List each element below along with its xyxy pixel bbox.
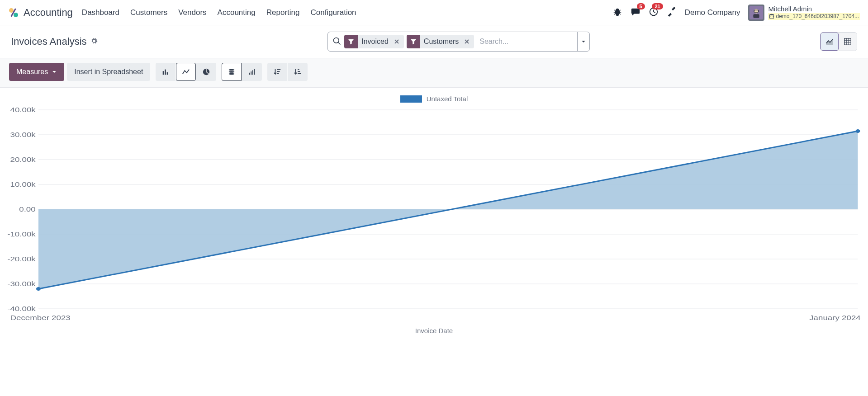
legend-swatch <box>400 95 422 103</box>
svg-point-1 <box>14 13 18 17</box>
messaging-icon[interactable]: 5 <box>631 7 640 18</box>
filter-icon <box>344 35 358 48</box>
view-pivot-button[interactable] <box>839 33 857 51</box>
svg-text:January 2024: January 2024 <box>809 314 861 322</box>
chart-type-group <box>156 63 216 81</box>
svg-rect-6 <box>754 14 759 18</box>
search-input[interactable] <box>477 38 573 46</box>
svg-rect-23 <box>167 72 168 75</box>
search-icon[interactable] <box>332 37 342 47</box>
nav-item-customers[interactable]: Customers <box>130 8 167 17</box>
svg-rect-28 <box>249 73 250 75</box>
tag-label: Customers <box>420 38 462 46</box>
view-switcher <box>820 32 857 51</box>
database-icon <box>769 14 774 19</box>
chart-plot[interactable]: 40.00k 30.00k 20.00k 10.00k 0.00 -10.00k… <box>5 105 863 322</box>
brand-title: Accounting <box>24 7 73 19</box>
insert-spreadsheet-button[interactable]: Insert in Spreadsheet <box>67 63 150 81</box>
filter-icon <box>407 35 420 48</box>
sort-desc-button[interactable] <box>267 63 287 81</box>
svg-text:-10.00k: -10.00k <box>7 231 36 238</box>
svg-text:20.00k: 20.00k <box>10 156 36 164</box>
page-title: Invoices Analysis <box>11 36 98 47</box>
user-menu[interactable]: Mitchell Admin demo_170_646d0f203987_170… <box>748 5 860 21</box>
bar-chart-button[interactable] <box>156 63 175 81</box>
svg-point-8 <box>770 14 774 15</box>
svg-point-43 <box>856 129 860 133</box>
sort-asc-button[interactable] <box>288 63 308 81</box>
pie-chart-button[interactable] <box>196 63 216 81</box>
svg-text:-30.00k: -30.00k <box>7 280 36 288</box>
nav-item-accounting[interactable]: Accounting <box>218 8 256 17</box>
caret-down-icon <box>52 69 57 75</box>
svg-point-26 <box>229 71 235 73</box>
activity-icon[interactable]: 21 <box>649 7 659 18</box>
nav-item-dashboard[interactable]: Dashboard <box>82 8 119 17</box>
svg-text:40.00k: 40.00k <box>10 106 36 114</box>
svg-text:-20.00k: -20.00k <box>7 255 36 263</box>
spreadsheet-label: Insert in Spreadsheet <box>74 68 143 76</box>
svg-point-25 <box>229 69 235 71</box>
user-database: demo_170_646d0f203987_1704... <box>768 13 860 19</box>
svg-rect-31 <box>254 69 255 75</box>
svg-rect-29 <box>251 71 252 75</box>
svg-point-0 <box>9 8 14 13</box>
navbar: Accounting Dashboard Customers Vendors A… <box>0 0 868 25</box>
measures-label: Measures <box>16 68 48 76</box>
svg-text:10.00k: 10.00k <box>10 181 36 189</box>
activity-badge: 21 <box>652 3 663 9</box>
nav-item-configuration[interactable]: Configuration <box>310 8 356 17</box>
tag-close-icon[interactable] <box>462 38 471 46</box>
svg-text:December 2023: December 2023 <box>10 314 70 322</box>
nav-item-reporting[interactable]: Reporting <box>266 8 300 17</box>
svg-text:0.00: 0.00 <box>19 206 35 213</box>
stack-group <box>222 63 262 81</box>
nav-menu: Dashboard Customers Vendors Accounting R… <box>82 8 356 17</box>
tag-label: Invoiced <box>358 38 392 46</box>
svg-text:30.00k: 30.00k <box>10 131 36 139</box>
legend-label: Untaxed Total <box>427 95 468 103</box>
page-title-text: Invoices Analysis <box>11 36 87 47</box>
chart-legend: Untaxed Total <box>5 92 863 105</box>
svg-rect-22 <box>165 70 166 75</box>
svg-rect-30 <box>252 70 253 75</box>
chart-container: Untaxed Total 40.00k 30.00k <box>0 88 868 348</box>
measures-button[interactable]: Measures <box>9 63 64 81</box>
svg-point-27 <box>229 73 235 75</box>
cumulative-button[interactable] <box>242 63 262 81</box>
bug-icon[interactable] <box>612 7 622 18</box>
sort-group <box>267 63 308 81</box>
user-db-label: demo_170_646d0f203987_1704... <box>776 13 859 19</box>
search-bar: Invoiced Customers <box>327 32 590 52</box>
svg-point-42 <box>36 287 41 291</box>
view-graph-button[interactable] <box>821 33 839 51</box>
user-name: Mitchell Admin <box>768 5 860 13</box>
line-chart-button[interactable] <box>176 63 196 81</box>
xaxis-label: Invoice Date <box>5 327 863 335</box>
svg-rect-16 <box>844 38 851 45</box>
stacked-button[interactable] <box>222 63 242 81</box>
svg-text:-40.00k: -40.00k <box>7 305 36 313</box>
svg-rect-21 <box>163 71 164 75</box>
control-panel: Invoices Analysis Invoiced Customers <box>0 25 868 58</box>
nav-right: 5 21 Demo Company Mitchell Admin demo_17… <box>612 5 860 21</box>
search-tag-customers: Customers <box>407 35 474 48</box>
tag-close-icon[interactable] <box>392 38 401 46</box>
messaging-badge: 5 <box>637 3 645 9</box>
app-logo-icon <box>8 7 19 18</box>
tools-icon[interactable] <box>667 7 677 18</box>
svg-point-5 <box>754 9 759 13</box>
svg-point-9 <box>334 38 339 43</box>
avatar-icon <box>748 5 764 21</box>
graph-toolbar: Measures Insert in Spreadsheet <box>0 58 868 88</box>
company-selector[interactable]: Demo Company <box>685 8 740 17</box>
search-options-dropdown[interactable] <box>577 32 589 52</box>
svg-line-10 <box>338 42 341 44</box>
search-tag-invoiced: Invoiced <box>344 35 404 48</box>
nav-item-vendors[interactable]: Vendors <box>178 8 206 17</box>
gear-icon[interactable] <box>90 36 98 47</box>
brand[interactable]: Accounting <box>8 7 73 19</box>
